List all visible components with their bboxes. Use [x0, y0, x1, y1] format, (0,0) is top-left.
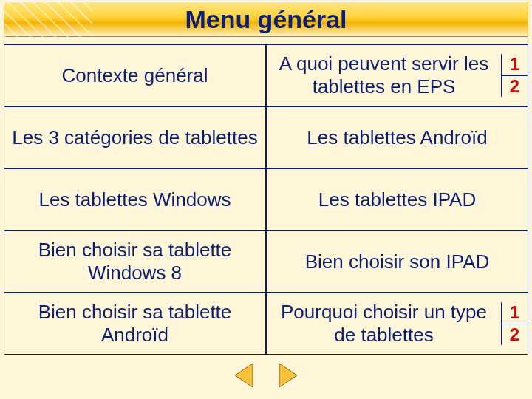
page-title: Menu général [4, 1, 528, 37]
menu-label: Bien choisir sa tablette Windows 8 [9, 239, 261, 284]
menu-tablettes-android[interactable]: Les tablettes Androïd [266, 106, 528, 168]
menu-choisir-android[interactable]: Bien choisir sa tablette Androïd [4, 293, 266, 355]
menu-label: Pourquoi choisir un type de tablettes [271, 301, 497, 346]
menu-grid: Contexte général A quoi peuvent servir l… [4, 44, 528, 355]
menu-tablettes-ipad[interactable]: Les tablettes IPAD [266, 168, 528, 231]
svg-marker-1 [279, 364, 297, 387]
prev-button[interactable] [230, 360, 261, 391]
page-link-1[interactable]: 1 [502, 302, 528, 324]
page-link-1[interactable]: 1 [502, 54, 528, 75]
menu-label: Bien choisir sa tablette Androïd [9, 301, 261, 346]
menu-label: Bien choisir son IPAD [305, 250, 490, 273]
menu-3-categories[interactable]: Les 3 catégories de tablettes [4, 106, 266, 168]
menu-label: Les tablettes Windows [38, 188, 231, 211]
arrow-left-icon [231, 361, 260, 390]
menu-label: Les tablettes Androïd [307, 126, 487, 149]
menu-label: Contexte général [61, 64, 208, 87]
menu-choisir-ipad[interactable]: Bien choisir son IPAD [266, 231, 528, 293]
page-number-group: 1 2 [501, 54, 528, 98]
menu-choisir-windows8[interactable]: Bien choisir sa tablette Windows 8 [4, 231, 266, 293]
svg-marker-0 [235, 364, 253, 387]
page-number-group: 1 2 [501, 302, 528, 346]
menu-label: A quoi peuvent servir les tablettes en E… [271, 52, 497, 98]
title-bar: Menu général [4, 1, 528, 37]
menu-tablettes-windows[interactable]: Les tablettes Windows [4, 168, 266, 231]
menu-label: Les 3 catégories de tablettes [12, 126, 257, 149]
page-link-2[interactable]: 2 [502, 75, 528, 97]
menu-contexte-general[interactable]: Contexte général [4, 44, 266, 106]
nav-arrows [0, 358, 532, 393]
menu-a-quoi-peuvent-servir[interactable]: A quoi peuvent servir les tablettes en E… [266, 44, 528, 106]
menu-label: Les tablettes IPAD [318, 188, 476, 211]
next-button[interactable] [271, 360, 302, 391]
menu-label-wrap: Pourquoi choisir un type de tablettes [267, 298, 501, 349]
page-link-2[interactable]: 2 [502, 324, 528, 345]
menu-label-wrap: A quoi peuvent servir les tablettes en E… [267, 50, 501, 100]
arrow-right-icon [272, 361, 301, 390]
menu-pourquoi-choisir[interactable]: Pourquoi choisir un type de tablettes 1 … [266, 293, 528, 355]
